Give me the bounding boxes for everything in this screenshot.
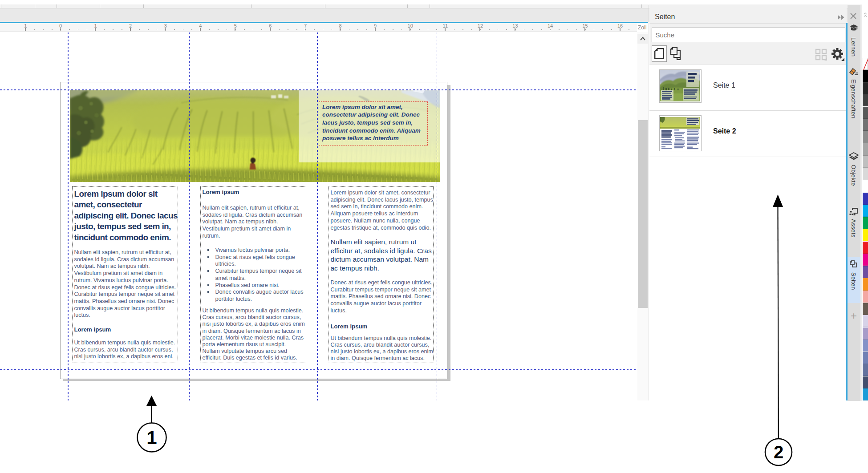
svg-text:2: 2: [774, 442, 783, 462]
svg-text:1: 1: [146, 427, 157, 448]
